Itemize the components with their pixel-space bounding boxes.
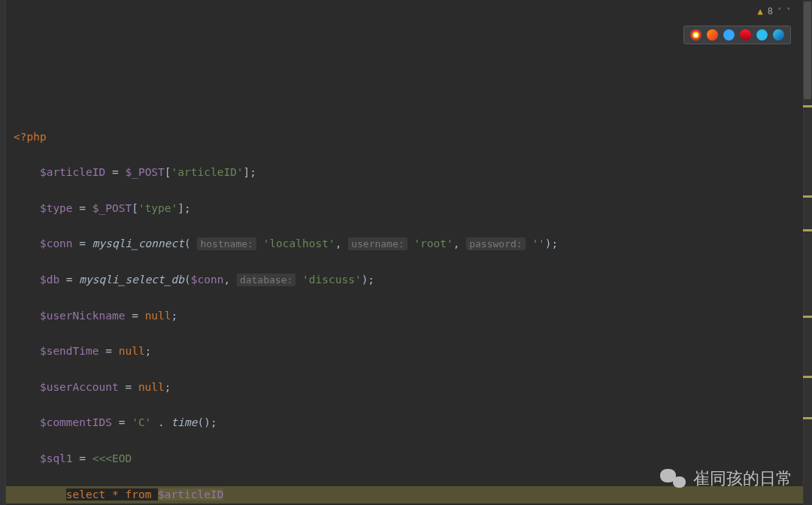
firefox-icon[interactable] (707, 29, 718, 41)
browser-preview-toolbar[interactable] (683, 26, 791, 44)
code-line[interactable]: $conn = mysqli_connect( hostname: 'local… (6, 235, 812, 253)
scroll-marker (803, 316, 812, 318)
code-line[interactable]: $commentIDS = 'C' . time(); (6, 414, 812, 432)
chevron-up-icon[interactable]: ˄ (777, 3, 782, 21)
edge-icon[interactable] (773, 29, 784, 41)
safari-icon[interactable] (723, 29, 735, 41)
warning-icon: ▲ (758, 3, 763, 21)
scroll-marker (803, 229, 812, 231)
code-editor: ▲ 8 ˄ ˅ <?php $articleID = $_POST['artic… (0, 0, 812, 505)
scroll-marker (803, 417, 812, 419)
scroll-marker (803, 376, 812, 378)
code-line[interactable]: <?php (6, 129, 812, 147)
ie-icon[interactable] (756, 29, 768, 41)
vertical-scrollbar[interactable] (803, 0, 812, 505)
scroll-marker (803, 195, 812, 198)
code-line[interactable]: $articleID = $_POST['articleID']; (6, 164, 812, 182)
code-line[interactable]: $userAccount = null; (6, 379, 812, 397)
warning-count: 8 (768, 3, 773, 21)
gutter (0, 0, 6, 505)
opera-icon[interactable] (740, 29, 751, 41)
code-area[interactable]: ▲ 8 ˄ ˅ <?php $articleID = $_POST['artic… (6, 0, 812, 505)
watermark: 崔同孩的日常 (660, 466, 792, 491)
code-line[interactable]: $db = mysqli_select_db($conn, database: … (6, 271, 812, 289)
inspection-summary[interactable]: ▲ 8 ˄ ˅ (758, 3, 791, 21)
code-line[interactable]: $type = $_POST['type']; (6, 200, 812, 218)
scroll-marker (803, 105, 812, 107)
chrome-icon[interactable] (690, 29, 701, 41)
chevron-down-icon[interactable]: ˅ (786, 3, 791, 21)
code-line[interactable]: $sendTime = null; (6, 343, 812, 361)
scroll-thumb[interactable] (804, 2, 811, 99)
wechat-icon (660, 466, 686, 491)
watermark-text: 崔同孩的日常 (693, 470, 792, 488)
code-line[interactable]: $userNickname = null; (6, 307, 812, 325)
